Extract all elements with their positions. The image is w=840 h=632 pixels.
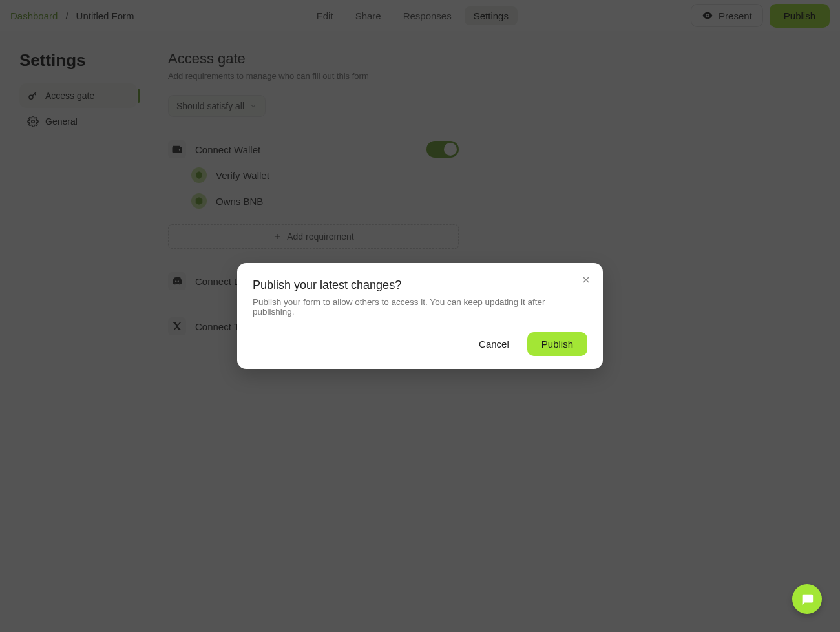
intercom-button[interactable] [792,584,822,614]
modal-subtitle: Publish your form to allow others to acc… [253,297,587,317]
close-button[interactable] [581,275,591,285]
modal-actions: Cancel Publish [253,332,587,356]
chat-icon [800,592,814,606]
close-icon [581,275,591,285]
publish-modal: Publish your latest changes? Publish you… [237,263,603,369]
modal-overlay[interactable]: Publish your latest changes? Publish you… [0,0,840,632]
publish-button[interactable]: Publish [527,332,587,356]
cancel-button[interactable]: Cancel [467,332,521,356]
modal-title: Publish your latest changes? [253,279,587,292]
